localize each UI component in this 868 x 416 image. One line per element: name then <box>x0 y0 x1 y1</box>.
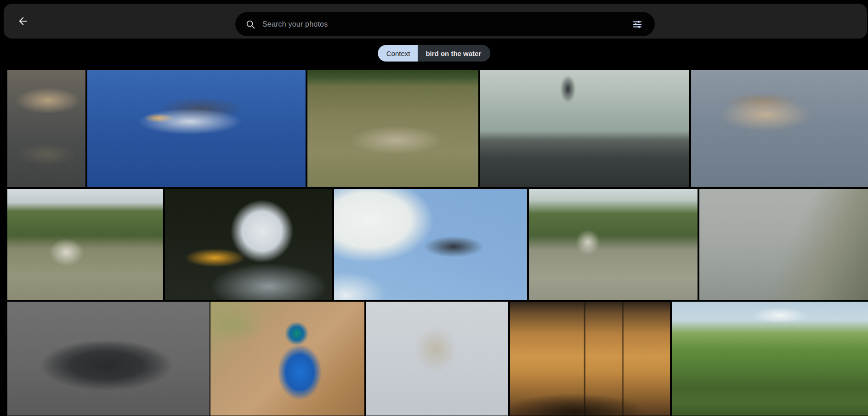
photo-search-page: Context bird on the water <box>0 0 868 416</box>
top-app-bar <box>4 4 867 39</box>
photo-thumbnail-flamingo-wading-gray-water[interactable] <box>691 70 868 187</box>
search-bar[interactable] <box>235 12 655 36</box>
photo-thumbnail-brown-pelican-swimming-green-water[interactable] <box>307 70 478 187</box>
search-filters-button[interactable] <box>629 16 646 33</box>
photo-thumbnail-sunset-dead-trees[interactable] <box>510 302 670 416</box>
photo-thumbnail-hummingbird-on-twig[interactable] <box>366 302 508 416</box>
chip-search-query[interactable]: bird on the water <box>418 45 490 62</box>
chip-context[interactable]: Context <box>378 45 418 62</box>
tune-sliders-icon <box>632 19 642 29</box>
photo-thumbnail-grey-heron-flying-blue-water[interactable] <box>87 70 306 187</box>
back-button[interactable] <box>12 10 34 32</box>
photo-thumbnail-foggy-lake-reeds[interactable] <box>699 189 868 300</box>
photo-thumbnail-peacock-portrait[interactable] <box>210 302 364 416</box>
search-input[interactable] <box>262 20 629 28</box>
photo-thumbnail-person-standing-in-sea-pebble-beach[interactable] <box>480 70 689 187</box>
search-icon <box>245 19 255 29</box>
photo-thumbnail-pelican-on-driftwood-lake[interactable] <box>529 189 698 300</box>
photo-thumbnail-seagull-head-closeup[interactable] <box>165 189 332 300</box>
arrow-left-icon <box>17 15 29 27</box>
photo-thumbnail-green-lake-willow-trees[interactable] <box>672 302 868 416</box>
photo-thumbnail-flamingo-preening-dark-water[interactable] <box>7 70 85 187</box>
photo-thumbnail-pelican-flying-cloudy-sky[interactable] <box>334 189 527 300</box>
photo-grid <box>0 0 868 416</box>
photo-thumbnail-black-sand-pile[interactable] <box>7 302 210 416</box>
photo-thumbnail-pelican-on-water-tree-shore[interactable] <box>7 189 163 300</box>
search-filter-chips: Context bird on the water <box>378 45 491 62</box>
